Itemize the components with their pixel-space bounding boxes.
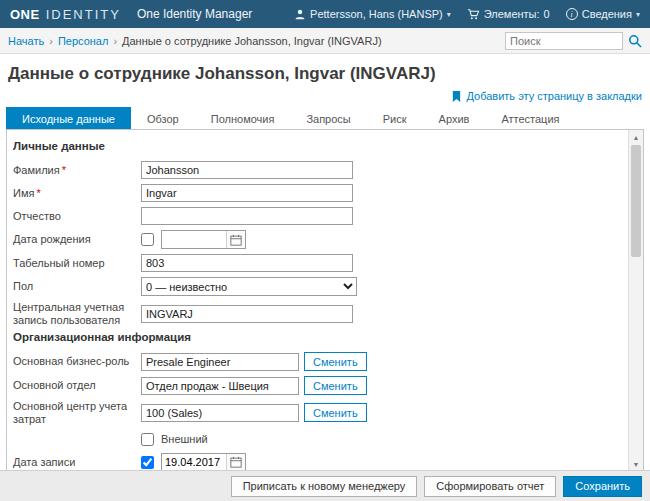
field-label: Имя* — [13, 187, 141, 200]
breadcrumb-home[interactable]: Начать — [8, 35, 44, 47]
tab-overview[interactable]: Обзор — [131, 107, 195, 129]
birth-date-checkbox[interactable] — [141, 233, 154, 246]
one-identity-logo: ONE IDENTITY One Identity Manager — [10, 7, 252, 22]
brand-identity: IDENTITY — [46, 7, 121, 22]
top-bar-right: Pettersson, Hans (HANSP) ▾ Элементы: 0 i… — [294, 8, 640, 21]
field-label: Отчество — [13, 210, 141, 223]
cart-icon — [467, 8, 480, 21]
required-asterisk: * — [62, 164, 66, 176]
personnel-number-input[interactable] — [141, 254, 353, 272]
field-label: Дата рождения — [13, 233, 141, 246]
field-label: Основной отдел — [13, 379, 141, 392]
app-title: One Identity Manager — [137, 7, 252, 21]
field-department: Основной отдел Сменить — [13, 376, 621, 395]
middle-name-input[interactable] — [141, 207, 353, 225]
field-label: Пол — [13, 280, 141, 293]
scroll-up-button[interactable]: ▲ — [629, 130, 643, 144]
breadcrumb: Начать › Персонал › Данные о сотруднике … — [8, 35, 382, 47]
generate-report-button[interactable]: Сформировать отчет — [424, 476, 556, 497]
department-input[interactable] — [141, 377, 299, 395]
breadcrumb-separator-icon: › — [49, 35, 53, 47]
elements-count: 0 — [544, 8, 550, 20]
external-checkbox[interactable] — [141, 433, 154, 446]
business-role-input[interactable] — [141, 353, 299, 371]
user-name: Pettersson, Hans (HANSP) — [310, 8, 443, 20]
chevron-down-icon: ▾ — [636, 10, 640, 19]
field-business-role: Основная бизнес-роль Сменить — [13, 352, 621, 371]
elements-label: Элементы: — [484, 8, 540, 20]
field-central-account: Центральная учетная запись пользователя — [13, 301, 621, 326]
change-cost-center-button[interactable]: Сменить — [304, 403, 367, 422]
search-button[interactable] — [628, 34, 642, 48]
tab-requests[interactable]: Запросы — [290, 107, 366, 129]
calendar-icon[interactable] — [226, 231, 245, 248]
field-last-name: Фамилия* — [13, 161, 621, 179]
search-icon — [628, 34, 642, 48]
info-menu[interactable]: i Сведения ▾ — [566, 8, 640, 20]
field-first-name: Имя* — [13, 184, 621, 202]
section-org-info: Организационная информация — [13, 331, 621, 343]
central-account-input[interactable] — [141, 305, 353, 323]
tab-bar: Исходные данные Обзор Полномочия Запросы… — [6, 107, 644, 129]
change-business-role-button[interactable]: Сменить — [304, 352, 367, 371]
change-department-button[interactable]: Сменить — [304, 376, 367, 395]
info-label: Сведения — [582, 8, 632, 20]
field-personnel-number: Табельный номер — [13, 254, 621, 272]
breadcrumb-separator-icon: › — [113, 35, 117, 47]
gender-select[interactable]: 0 — неизвестно — [141, 277, 357, 296]
tab-entitlements[interactable]: Полномочия — [195, 107, 291, 129]
bookmark-link[interactable]: Добавить эту страницу в закладки — [466, 90, 642, 102]
bookmark-row: Добавить эту страницу в закладки — [6, 88, 642, 104]
entry-date-checkbox[interactable] — [141, 456, 154, 469]
tab-risk[interactable]: Риск — [367, 107, 423, 129]
scroll-down-button[interactable]: ▼ — [629, 457, 643, 471]
save-button[interactable]: Сохранить — [563, 476, 642, 497]
field-middle-name: Отчество — [13, 207, 621, 225]
external-label: Внешний — [161, 433, 208, 445]
field-label: Дата записи — [13, 456, 141, 469]
info-icon: i — [566, 8, 578, 20]
user-menu[interactable]: Pettersson, Hans (HANSP) ▾ — [294, 8, 451, 21]
field-label: Фамилия* — [13, 164, 141, 177]
tab-master-data[interactable]: Исходные данные — [6, 107, 131, 129]
form-scroll-area: Личные данные Фамилия* Имя* Отчество Дат… — [7, 130, 627, 471]
scrollbar-thumb[interactable] — [631, 145, 641, 257]
action-bar: Приписать к новому менеджеру Сформироват… — [0, 470, 650, 501]
field-label: Основной центр учета затрат — [13, 400, 141, 425]
calendar-icon[interactable] — [226, 454, 245, 471]
field-label: Табельный номер — [13, 257, 141, 270]
page-title: Данные о сотруднике Johansson, Ingvar (I… — [8, 64, 642, 84]
top-bar: ONE IDENTITY One Identity Manager Petter… — [0, 0, 650, 28]
breadcrumb-current: Данные о сотруднике Johansson, Ingvar (I… — [122, 35, 382, 47]
field-birth-date: Дата рождения — [13, 230, 621, 249]
form-panel: Личные данные Фамилия* Имя* Отчество Дат… — [6, 129, 644, 472]
main-area: Данные о сотруднике Johansson, Ingvar (I… — [0, 54, 650, 472]
cart-menu[interactable]: Элементы: 0 — [467, 8, 550, 21]
field-label: Основная бизнес-роль — [13, 355, 141, 368]
field-label: Центральная учетная запись пользователя — [13, 301, 141, 326]
last-name-input[interactable] — [141, 161, 353, 179]
section-personal-data: Личные данные — [13, 140, 621, 152]
cost-center-input[interactable] — [141, 404, 299, 422]
entry-date-group — [161, 453, 246, 471]
chevron-down-icon: ▾ — [447, 10, 451, 19]
assign-new-manager-button[interactable]: Приписать к новому менеджеру — [231, 476, 418, 497]
search-area — [505, 32, 642, 50]
birth-date-input[interactable] — [162, 232, 226, 247]
brand-one: ONE — [10, 7, 40, 22]
scrollbar[interactable]: ▲ ▼ — [628, 130, 643, 471]
field-entry-date: Дата записи — [13, 453, 621, 471]
required-asterisk: * — [36, 187, 40, 199]
field-cost-center: Основной центр учета затрат Сменить — [13, 400, 621, 425]
tab-history[interactable]: Архив — [423, 107, 486, 129]
first-name-input[interactable] — [141, 184, 353, 202]
field-external: Внешний — [13, 431, 621, 448]
tab-attestation[interactable]: Аттестация — [485, 107, 575, 129]
field-gender: Пол 0 — неизвестно — [13, 277, 621, 296]
breadcrumb-personnel[interactable]: Персонал — [58, 35, 109, 47]
search-input[interactable] — [505, 32, 623, 50]
entry-date-input[interactable] — [162, 455, 226, 470]
bookmark-icon — [451, 90, 462, 103]
user-icon — [294, 8, 306, 21]
breadcrumb-bar: Начать › Персонал › Данные о сотруднике … — [0, 28, 650, 54]
